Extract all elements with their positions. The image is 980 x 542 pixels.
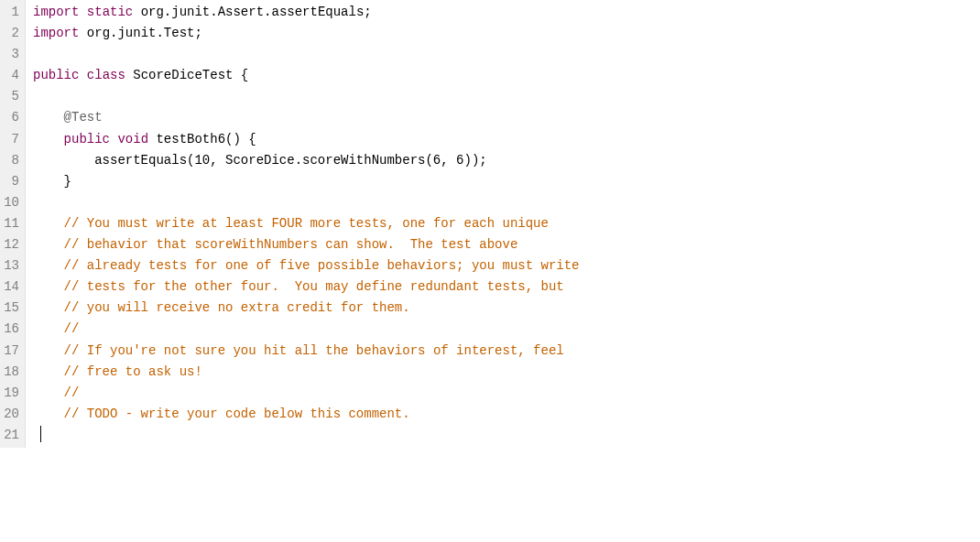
code-token-kw-public: public	[64, 132, 110, 146]
code-token-kw-void: void	[117, 132, 148, 146]
line-number: 10	[2, 192, 19, 213]
code-token-plain	[79, 5, 86, 19]
code-token-comment: // TODO - write your code below this com…	[64, 406, 410, 421]
code-line[interactable]: public class ScoreDiceTest {	[33, 65, 980, 86]
line-number: 17	[2, 341, 19, 362]
line-number: 16	[2, 319, 19, 340]
code-line[interactable]: assertEquals(10, ScoreDice.scoreWithNumb…	[33, 150, 980, 171]
line-number: 12	[2, 234, 19, 255]
line-number: 7	[2, 129, 19, 150]
line-number: 4	[2, 65, 19, 86]
code-token-kw-static: static	[87, 5, 133, 19]
line-number: 1	[2, 2, 19, 23]
line-number: 19	[2, 383, 19, 404]
code-editor-area[interactable]: import static org.junit.Assert.assertEqu…	[26, 0, 980, 448]
code-token-plain	[33, 300, 64, 315]
line-number: 5	[2, 86, 19, 107]
code-token-plain	[33, 110, 64, 125]
line-number: 11	[2, 213, 19, 234]
code-token-plain: }	[33, 174, 71, 189]
line-number-gutter: 123456789101112131415161718192021	[0, 0, 26, 448]
code-line[interactable]: //	[33, 383, 980, 404]
line-number: 14	[2, 276, 19, 298]
line-number: 18	[2, 362, 19, 383]
line-number: 8	[2, 150, 19, 171]
line-number: 9	[2, 171, 19, 192]
code-token-comment: //	[64, 385, 80, 400]
code-line[interactable]: // already tests for one of five possibl…	[33, 255, 980, 276]
code-token-plain	[33, 364, 64, 379]
code-token-plain: org.junit.Assert.assertEquals;	[133, 5, 371, 19]
code-token-kw-import: import	[33, 5, 79, 19]
code-token-kw-class: class	[87, 68, 125, 82]
code-line[interactable]: import org.junit.Test;	[33, 23, 980, 44]
code-line[interactable]	[33, 425, 980, 446]
code-token-comment: // tests for the other four. You may def…	[64, 279, 564, 294]
code-token-comment: // you will receive no extra credit for …	[64, 300, 410, 315]
code-line[interactable]	[33, 192, 980, 213]
code-line[interactable]: // you will receive no extra credit for …	[33, 298, 980, 319]
text-cursor	[40, 426, 41, 442]
code-token-comment: // behavior that scoreWithNumbers can sh…	[64, 237, 518, 252]
code-line[interactable]: // You must write at least FOUR more tes…	[33, 213, 980, 234]
code-line[interactable]	[33, 44, 980, 65]
code-token-kw-import: import	[33, 26, 79, 40]
code-token-plain	[33, 237, 64, 252]
code-token-annotation: @Test	[64, 110, 103, 125]
code-token-plain	[33, 132, 64, 146]
code-token-plain	[33, 406, 64, 421]
code-token-plain	[33, 343, 64, 358]
code-line[interactable]: // tests for the other four. You may def…	[33, 276, 980, 298]
line-number: 21	[2, 425, 19, 446]
code-token-comment: // free to ask us!	[64, 364, 202, 379]
code-line[interactable]: @Test	[33, 107, 980, 128]
code-line[interactable]: //	[33, 319, 980, 340]
code-line[interactable]: }	[33, 171, 980, 192]
code-token-plain	[33, 321, 64, 336]
code-line[interactable]: import static org.junit.Assert.assertEqu…	[33, 2, 980, 23]
code-line[interactable]: // free to ask us!	[33, 362, 980, 383]
code-line[interactable]: // If you're not sure you hit all the be…	[33, 341, 980, 362]
code-token-comment: //	[64, 321, 80, 336]
code-token-comment: // You must write at least FOUR more tes…	[64, 216, 549, 231]
line-number: 3	[2, 44, 19, 65]
line-number: 13	[2, 255, 19, 276]
code-line[interactable]: public void testBoth6() {	[33, 129, 980, 150]
code-token-plain	[33, 258, 64, 273]
code-token-plain: testBoth6() {	[148, 132, 256, 146]
code-token-plain	[33, 216, 64, 231]
line-number: 2	[2, 23, 19, 44]
code-line[interactable]: // TODO - write your code below this com…	[33, 404, 980, 425]
code-token-plain	[33, 385, 64, 400]
line-number: 6	[2, 107, 19, 128]
code-token-plain	[33, 428, 40, 442]
code-token-plain: org.junit.Test;	[79, 26, 201, 40]
code-token-plain: ScoreDiceTest {	[125, 68, 248, 82]
code-token-plain	[79, 68, 86, 82]
line-number: 15	[2, 298, 19, 319]
code-line[interactable]	[33, 86, 980, 107]
line-number: 20	[2, 404, 19, 425]
code-token-plain: assertEquals(10, ScoreDice.scoreWithNumb…	[33, 153, 487, 168]
code-token-comment: // If you're not sure you hit all the be…	[64, 343, 564, 358]
code-token-kw-public: public	[33, 68, 79, 82]
code-token-comment: // already tests for one of five possibl…	[64, 258, 580, 273]
code-line[interactable]: // behavior that scoreWithNumbers can sh…	[33, 234, 980, 255]
code-token-plain	[33, 279, 64, 294]
